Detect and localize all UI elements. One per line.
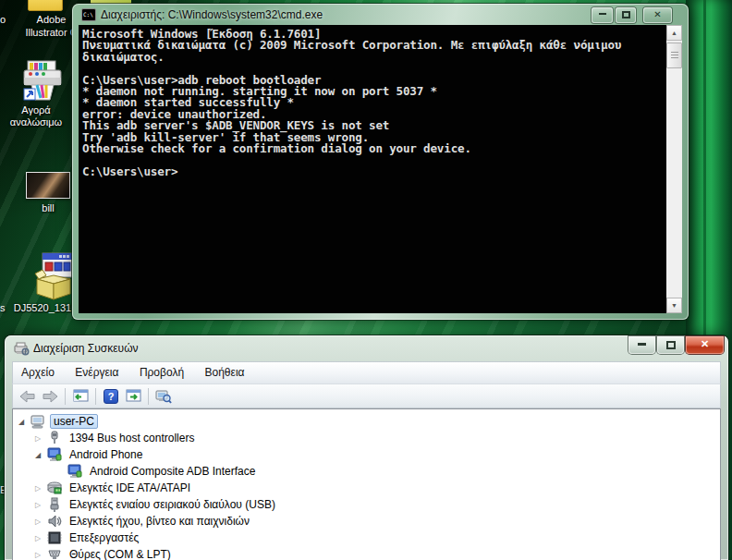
folder-body [28,0,63,11]
desktop-icon-label[interactable]: bill [26,202,70,213]
cpu-icon [47,530,62,545]
back-button[interactable] [17,386,39,407]
device-manager-titlebar[interactable]: Διαχείριση Συσκευών ✕ [5,335,728,361]
minimize-button[interactable] [592,7,613,23]
cmd-window-title: Διαχειριστής: C:\Windows\system32\cmd.ex… [101,8,323,21]
expander-collapsed-icon[interactable]: ▷ [35,434,47,443]
close-icon: ✕ [653,9,661,19]
console-line: C:\Users\user> [82,166,665,177]
ports-icon [47,547,62,560]
console-scrollbar[interactable]: ▲ ▼ [666,25,682,313]
ide-controller-icon [47,481,62,495]
expander-expanded-icon[interactable]: ◢ [35,451,47,459]
tree-item-usb-controllers[interactable]: ▷ Ελεγκτές ενιαίου σειριακού διαύλου (US… [13,496,720,513]
console-line: Πνευματικά δικαιώματα (c) 2009 Microsoft… [82,40,665,51]
device-manager-title: Διαχείριση Συσκευών [33,342,139,355]
android-device-icon [47,447,62,462]
tree-item-label[interactable]: Επεξεργαστές [67,530,141,545]
tree-item-label[interactable]: user-PC [50,414,98,429]
forward-button[interactable] [39,386,61,407]
desktop-label-fragment: s [0,302,6,313]
show-console-tree-button[interactable] [69,386,92,407]
scan-hardware-icon [155,389,172,404]
installer-box-icon[interactable] [31,251,74,301]
audio-controller-icon [47,514,62,529]
minimize-icon [638,343,646,346]
desktop: Adobe Illustrator C o Αγορά αναλώσιμω bi… [0,0,732,560]
close-icon: ✕ [701,338,709,349]
minimize-button[interactable] [628,336,655,354]
menu-file[interactable]: Αρχείο [13,362,63,384]
console-line: Otherwise check for a confirmation dialo… [82,143,665,154]
expander-collapsed-icon[interactable]: ▷ [35,484,47,493]
usb-controller-icon [47,497,62,512]
menu-action[interactable]: Ενέργεια [67,362,127,384]
1394-controller-icon [47,431,62,445]
tree-item-ide-controllers[interactable]: ▷ Ελεγκτές IDE ATA/ATAPI [13,480,720,496]
expander-expanded-icon[interactable]: ◢ [18,418,30,426]
close-button[interactable]: ✕ [686,336,724,354]
maximize-icon [666,341,676,349]
adobe-illustrator-folder-icon[interactable] [28,0,63,11]
menu-help[interactable]: Βοήθεια [197,362,253,384]
expander-collapsed-icon[interactable]: ▷ [35,534,47,542]
show-action-pane-button[interactable] [122,386,144,407]
scroll-up-icon[interactable]: ▲ [666,25,682,41]
bill-photo-icon[interactable] [26,172,70,199]
expander-collapsed-icon[interactable]: ▷ [35,517,47,526]
tree-item-ports-com-lpt[interactable]: ▷ Θύρες (COM & LPT) [13,546,720,560]
menu-bar: Αρχείο Ενέργεια Προβολή Βοήθεια [12,361,721,383]
toolbar-separator [95,388,96,405]
desktop-icon-label[interactable]: αναλώσιμω [0,116,72,128]
minimize-icon [599,13,606,15]
cmd-icon: C:\ [81,8,96,21]
tree-item-1394-controllers[interactable]: ▷ 1394 Bus host controllers [13,430,720,446]
tree-item-android-phone[interactable]: ◢ Android Phone [13,446,720,463]
device-manager-window: Διαχείριση Συσκευών ✕ Αρχείο Ενέργεια Πρ… [5,335,728,560]
tree-item-processors[interactable]: ▷ Επεξεργαστές [13,530,720,546]
tree-item-label[interactable]: Ελεγκτές IDE ATA/ATAPI [67,481,193,495]
cmd-titlebar[interactable]: C:\ Διαχειριστής: C:\Windows\system32\cm… [72,4,689,25]
cmd-window: C:\ Διαχειριστής: C:\Windows\system32\cm… [72,4,689,320]
expander-collapsed-icon[interactable]: ▷ [35,501,47,509]
tree-item-label[interactable]: Android Composite ADB Interface [87,464,258,479]
desktop-label-fragment: o [0,14,6,25]
tree-item-label[interactable]: Θύρες (COM & LPT) [67,547,174,560]
device-tree-panel: ◢ user-PC ▷ 1394 Bus host controllers [12,408,721,560]
console-output[interactable]: Microsoft Windows [Έκδοση 6.1.7601] Πνευ… [79,25,682,313]
tree-item-sound-video-game-controllers[interactable]: ▷ Ελεγκτές ήχου, βίντεο και παιχνιδιών [13,513,720,530]
toolbar-separator [148,388,149,405]
desktop-icon-label[interactable]: DJ5520_131 [9,302,76,313]
tree-item-label[interactable]: 1394 Bus host controllers [67,431,197,445]
console-text: Microsoft Windows [Έκδοση 6.1.7601] Πνευ… [82,29,665,177]
close-button[interactable]: ✕ [643,7,672,23]
back-arrow-icon [19,390,36,403]
action-pane-icon [126,389,141,403]
menu-view[interactable]: Προβολή [131,362,192,384]
scroll-down-icon[interactable]: ▼ [666,298,682,313]
help-icon: ? [104,389,118,404]
help-button[interactable]: ? [100,386,122,407]
printer-shortcut-icon[interactable] [18,59,67,103]
tree-item-user-pc[interactable]: ◢ user-PC [13,413,720,430]
device-manager-icon [14,341,30,356]
expander-collapsed-icon[interactable]: ▷ [35,551,47,559]
tree-item-label[interactable]: Android Phone [67,447,145,462]
scrollbar-thumb[interactable] [666,43,682,68]
scan-hardware-changes-button[interactable] [152,386,175,407]
maximize-button[interactable] [657,336,684,354]
toolbar: ? [12,383,721,408]
android-device-icon [67,464,82,479]
tree-item-label[interactable]: Ελεγκτές ενιαίου σειριακού διαύλου (USB) [67,497,278,512]
toolbar-separator [65,388,66,405]
tree-item-label[interactable]: Ελεγκτές ήχου, βίντεο και παιχνιδιών [67,514,252,529]
console-tree-icon [73,389,89,403]
scrollbar-grip [671,52,678,53]
forward-arrow-icon [42,390,58,403]
tree-item-android-adb-interface[interactable]: Android Composite ADB Interface [13,463,720,480]
maximize-icon [622,11,630,18]
maximize-button[interactable] [616,7,636,23]
desktop-icon-label[interactable]: Αγορά [0,104,72,116]
console-line: δικαιώματος. [82,52,665,63]
computer-icon [30,414,45,429]
